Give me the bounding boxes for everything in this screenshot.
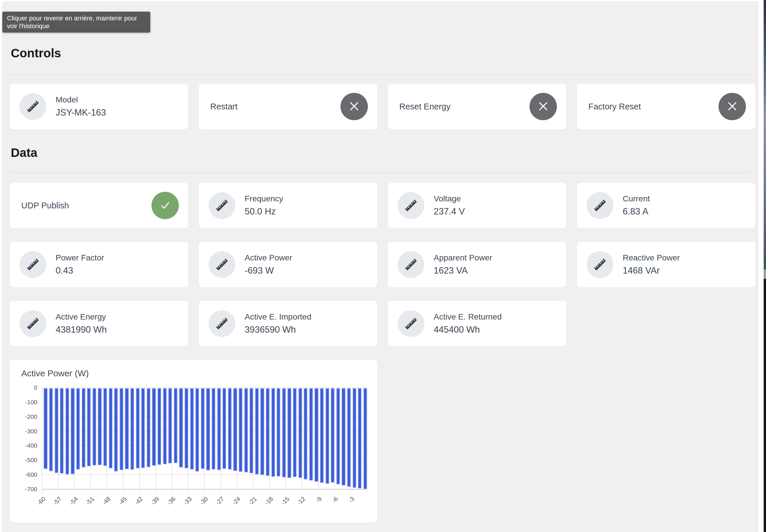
chart-bar [152,388,155,466]
factory-reset-label: Factory Reset [588,102,641,111]
ruler-icon [398,192,424,219]
chart-bar [65,388,69,474]
sensor-card-active-energy: Active Energy 4381990 Wh [9,300,189,347]
y-axis-tick-label: -400 [16,442,37,449]
chart-bar [336,388,340,484]
data-grid: UDP Publish Frequency 50.0 Hz Voltage 23… [9,182,758,523]
factory-reset-card: Factory Reset [577,83,756,130]
ruler-icon [209,251,235,278]
sensor-label: Power Factor [56,253,104,263]
sensor-label: Active Power [245,253,292,263]
x-axis-tick-label: -33 [182,495,193,506]
chart-bar [168,388,172,463]
sensor-card-active-power: Active Power -693 W [199,241,378,288]
ruler-icon [587,192,614,219]
chart-bar [353,388,356,488]
active-power-chart-card: Active Power (W) 0-100-200-300-400-500-6… [9,359,378,523]
x-gridline [42,388,42,492]
restart-button[interactable] [341,93,368,120]
chart-bar [299,388,302,478]
section-divider [9,75,750,75]
model-value: JSY-MK-163 [56,107,106,118]
chart-bar [347,388,351,487]
background-window-sliver [764,0,766,532]
y-axis-tick-label: -600 [16,471,37,478]
udp-publish-card: UDP Publish [9,182,189,229]
chart-bar [331,388,334,483]
chart-bar [217,388,221,470]
chart-bar [120,388,123,470]
udp-publish-toggle[interactable] [151,192,179,219]
scrollbar-thumb[interactable] [764,269,766,279]
x-icon [348,100,360,113]
chart-bar [179,388,182,467]
chart-bar [293,388,297,477]
sensor-card-apparent-power: Apparent Power 1623 VA [387,241,567,288]
chart-bar [184,388,188,468]
chart-bar [60,388,63,474]
x-axis-tick-label: -27 [215,495,226,506]
model-label: Model [56,95,106,104]
factory-reset-button[interactable] [719,93,746,120]
chart-bar [358,388,361,488]
y-axis-tick-label: 0 [16,384,37,391]
sensor-card-voltage: Voltage 237.4 V [387,182,567,229]
ruler-icon [398,251,424,278]
y-axis-tick-label: -700 [16,486,37,493]
udp-publish-label: UDP Publish [21,201,69,210]
x-axis-tick-label: -36 [166,495,177,506]
sensor-label: Apparent Power [434,253,492,263]
chart-bar [82,388,85,467]
x-axis-tick-label: -42 [133,495,144,506]
chart-bar [266,388,270,476]
y-axis-tick-label: -200 [16,413,37,420]
chart-bar [228,388,232,469]
chart-bar [163,388,166,464]
reset-energy-button[interactable] [529,93,557,120]
chart-bar [277,388,280,476]
sensor-card-reactive-power: Reactive Power 1468 VAr [577,241,756,288]
x-icon [537,100,549,113]
x-axis-tick-label: -54 [68,495,79,506]
chart-bar [190,388,194,469]
chart-title: Active Power (W) [21,368,89,378]
restart-card: Restart [199,83,378,130]
sensor-value: 6.83 A [623,206,650,217]
chart-bar [272,388,275,477]
ruler-icon [587,251,614,278]
chart-bar [309,388,313,480]
x-axis-tick-label: -18 [263,495,274,506]
sensor-card-power-factor: Power Factor 0.43 [9,241,189,288]
chart-bar [223,388,226,469]
sensor-card-current: Current 6.83 A [577,182,756,229]
ruler-icon [19,251,46,278]
chart-bar [320,388,324,483]
controls-grid: Model JSY-MK-163 Restart Reset Energy Fa… [9,83,758,130]
chart-bar [260,388,264,475]
check-icon [159,199,171,212]
chart-bar [250,388,253,473]
x-axis-tick-label: -21 [247,495,258,506]
chart-bar [130,388,134,470]
reset-energy-label: Reset Energy [399,102,451,111]
x-axis-tick-label: -9 [314,495,323,504]
sensor-value: 445400 Wh [434,324,501,335]
sliver-dark-area [764,279,766,532]
x-axis-tick-label: -12 [296,495,307,506]
x-axis-tick-label: -3 [347,495,356,504]
x-axis-tick-label: -48 [101,495,112,506]
chart-bar [76,388,80,469]
x-axis-tick-label: -6 [331,495,339,504]
chart-bar [288,388,291,478]
chart-bar [326,388,329,484]
chart-bar [239,388,242,472]
sensor-label: Active E. Imported [245,312,311,322]
x-axis-tick-label: -15 [280,495,291,506]
sensor-label: Frequency [245,194,283,203]
chart-bar [304,388,307,479]
chart-bar [174,388,177,463]
x-icon [726,100,738,113]
sensor-label: Active Energy [56,312,107,322]
chart-bar [282,388,286,477]
sensor-label: Current [623,194,650,203]
